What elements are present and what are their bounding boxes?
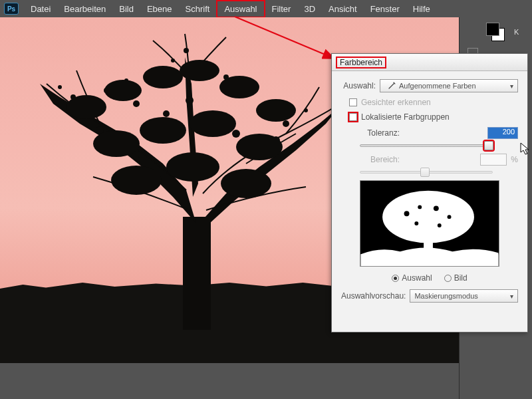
radio-selection-label: Auswahl xyxy=(402,273,432,283)
svg-point-23 xyxy=(232,130,240,138)
dialog-title: Farbbereich xyxy=(336,57,386,68)
menu-bild[interactable]: Bild xyxy=(112,1,140,17)
preview-select-value: Maskierungsmodus xyxy=(414,292,477,300)
app-logo: Ps xyxy=(4,3,19,15)
menu-hilfe[interactable]: Hilfe xyxy=(406,1,437,17)
svg-point-36 xyxy=(111,166,162,195)
svg-point-27 xyxy=(104,80,142,101)
image-tree xyxy=(20,24,366,356)
radio-image-label: Bild xyxy=(454,273,467,283)
tolerance-slider-thumb[interactable] xyxy=(484,141,493,150)
localized-colors-label: Lokalisierte Farbgruppen xyxy=(361,112,450,122)
svg-point-47 xyxy=(448,215,452,219)
color-range-dialog: Farbbereich Auswahl: Aufgenommene Farben… xyxy=(331,53,528,332)
menu-bearbeiten[interactable]: Bearbeiten xyxy=(57,1,112,17)
menu-ebene[interactable]: Ebene xyxy=(140,1,179,17)
svg-point-15 xyxy=(283,120,289,127)
svg-point-29 xyxy=(180,60,219,81)
detect-faces-label: Gesichter erkennen xyxy=(361,98,431,107)
svg-point-44 xyxy=(404,211,410,216)
svg-point-31 xyxy=(256,99,296,122)
tolerance-slider[interactable] xyxy=(360,144,493,147)
svg-rect-0 xyxy=(183,217,211,330)
color-mode-letter: K xyxy=(514,28,519,36)
detect-faces-checkbox xyxy=(349,98,357,106)
range-slider xyxy=(360,171,493,174)
svg-point-45 xyxy=(418,205,422,209)
menu-3d[interactable]: 3D xyxy=(297,1,322,17)
sampled-colors-select[interactable]: Aufgenommene Farben xyxy=(380,79,518,92)
tolerance-input[interactable]: 200 xyxy=(487,127,518,139)
svg-point-30 xyxy=(219,76,259,98)
svg-point-21 xyxy=(186,96,194,104)
mouse-cursor-icon xyxy=(520,142,531,156)
eyedropper-icon xyxy=(387,81,396,90)
localized-colors-checkbox[interactable] xyxy=(349,113,357,121)
select-value: Aufgenommene Farben xyxy=(399,82,476,90)
tolerance-label: Toleranz: xyxy=(360,128,400,138)
selection-preview[interactable] xyxy=(360,180,499,267)
svg-point-7 xyxy=(133,100,140,107)
svg-point-49 xyxy=(438,223,442,227)
svg-point-3 xyxy=(58,85,62,89)
svg-point-26 xyxy=(66,95,106,119)
svg-point-46 xyxy=(434,205,439,211)
svg-point-37 xyxy=(166,152,219,182)
select-label: Auswahl: xyxy=(341,81,376,90)
menu-ansicht[interactable]: Ansicht xyxy=(322,1,364,17)
menu-auswahl[interactable]: Auswahl xyxy=(216,0,265,18)
svg-point-33 xyxy=(140,117,186,144)
svg-point-28 xyxy=(143,66,183,88)
svg-point-20 xyxy=(163,110,170,117)
dialog-titlebar[interactable]: Farbbereich xyxy=(332,54,527,71)
range-unit: % xyxy=(511,155,518,164)
svg-point-38 xyxy=(221,169,271,198)
range-slider-thumb xyxy=(420,168,430,177)
radio-image[interactable] xyxy=(444,275,452,282)
menu-schrift[interactable]: Schrift xyxy=(179,1,217,17)
menu-filter[interactable]: Filter xyxy=(265,1,298,17)
svg-point-48 xyxy=(414,221,418,225)
color-swatches[interactable] xyxy=(486,23,509,41)
preview-select[interactable]: Maskierungsmodus xyxy=(410,289,518,303)
preview-select-label: Auswahlvorschau: xyxy=(341,291,406,301)
radio-selection[interactable] xyxy=(392,275,399,282)
menu-fenster[interactable]: Fenster xyxy=(364,1,406,17)
foreground-color-swatch[interactable] xyxy=(486,23,499,36)
menu-datei[interactable]: Datei xyxy=(24,1,57,17)
svg-point-32 xyxy=(93,130,140,157)
range-input xyxy=(480,154,507,166)
svg-point-10 xyxy=(184,48,189,53)
menu-bar: Ps Datei Bearbeiten Bild Ebene Schrift A… xyxy=(0,0,532,17)
svg-point-35 xyxy=(236,134,283,160)
svg-point-34 xyxy=(190,110,236,137)
range-label: Bereich: xyxy=(360,155,400,164)
